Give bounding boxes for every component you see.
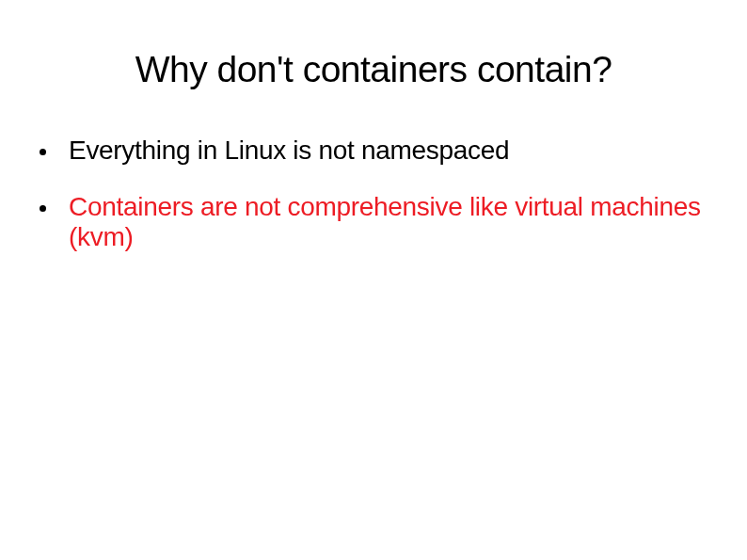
bullet-text: Containers are not comprehensive like vi… bbox=[69, 192, 707, 252]
bullet-list: Everything in Linux is not namespaced Co… bbox=[0, 136, 747, 253]
bullet-marker-icon bbox=[40, 149, 46, 155]
slide-title: Why don't containers contain? bbox=[0, 49, 747, 90]
bullet-item: Everything in Linux is not namespaced bbox=[40, 136, 707, 166]
bullet-marker-icon bbox=[40, 205, 46, 212]
bullet-text: Everything in Linux is not namespaced bbox=[69, 136, 509, 166]
slide-container: Why don't containers contain? Everything… bbox=[0, 49, 747, 560]
bullet-item: Containers are not comprehensive like vi… bbox=[40, 192, 707, 252]
